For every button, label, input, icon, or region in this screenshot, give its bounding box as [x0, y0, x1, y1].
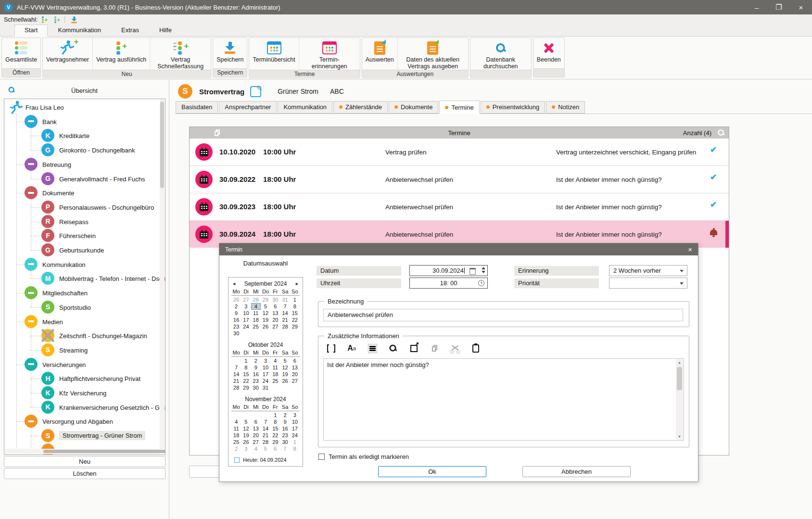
calendar-day[interactable]: 3 [261, 357, 270, 364]
calendar-day[interactable]: 7 [231, 364, 241, 371]
ok-button[interactable]: Ok [378, 466, 486, 477]
prioritaet-select[interactable] [609, 278, 687, 289]
tree-item-personalausweis-dschungelbuero[interactable]: PPersonalausweis - Dschungelbüro [4, 200, 159, 215]
calendar-day[interactable]: 24 [261, 378, 270, 384]
sidebar-neu-button[interactable]: Neu [4, 456, 165, 467]
abbrechen-button[interactable]: Abbrechen [522, 466, 631, 477]
tree-item-girokonto-dschungelbank[interactable]: GGirokonto - Dschungelbank [4, 143, 159, 157]
vertragsnehmer-button[interactable]: +Vertragsnehmer [43, 38, 92, 70]
tree-item-bank[interactable]: Bank [4, 114, 159, 129]
daten-des-aktuellen-vertrags-ausgeben-button[interactable]: Daten des aktuellen Vertrags ausgeben [397, 38, 468, 70]
fullscreen-icon[interactable] [325, 342, 337, 354]
calendar-day[interactable]: 27 [290, 378, 300, 384]
copy-text-icon[interactable] [429, 342, 440, 354]
calendar-day[interactable]: 27 [270, 323, 280, 330]
calendar-day[interactable]: 5 [261, 445, 270, 452]
collapse-icon[interactable] [25, 186, 38, 199]
calendar-day[interactable]: 21 [231, 378, 241, 384]
calendar-day[interactable]: 2 [251, 357, 261, 364]
speichern-button[interactable]: Speichern [213, 38, 247, 68]
calendar-day[interactable]: 20 [270, 316, 280, 323]
calendar-day[interactable]: 26 [241, 439, 251, 445]
erledigt-checkbox[interactable] [318, 454, 325, 460]
list-format-icon[interactable] [367, 342, 378, 354]
calendar-day[interactable]: 22 [270, 432, 280, 439]
tree-item-streaming[interactable]: SStreaming [4, 343, 159, 357]
calendar-day[interactable]: 13 [251, 425, 261, 432]
calendar-day[interactable]: 8 [241, 364, 251, 371]
calendar-day[interactable]: 26 [261, 323, 270, 330]
calendar-day[interactable]: 26 [231, 296, 241, 303]
calendar-day[interactable]: 31 [261, 384, 270, 391]
calendar-day[interactable]: 15 [290, 310, 300, 316]
font-icon[interactable]: Aa [346, 342, 357, 354]
calendar-day[interactable]: 28 [251, 296, 261, 303]
menu-tab-hilfe[interactable]: Hilfe [149, 25, 182, 36]
zusatzinfo-textarea[interactable]: Ist der Anbieter immer noch günstig? ▲▼ [323, 358, 684, 441]
today-row[interactable]: Heute: 04.09.2024 [234, 457, 287, 463]
calendar-day[interactable]: 12 [261, 310, 270, 316]
calendar-day[interactable]: 15 [241, 371, 251, 378]
calendar-day[interactable]: 7 [280, 445, 290, 452]
cut-icon[interactable] [449, 342, 461, 354]
tree-item-kommunikation[interactable]: Kommunikation [4, 257, 159, 272]
calendar-day[interactable]: 3 [290, 412, 300, 418]
tree-item-generalvollmacht-fred-fuchs[interactable]: GGeneralvollmacht - Fred Fuchs [4, 172, 159, 186]
datum-input[interactable]: 30.09.2024 [409, 265, 488, 276]
collapse-icon[interactable] [25, 115, 38, 128]
tree-item-versicherungen[interactable]: Versicherungen [4, 357, 159, 372]
tree-item-haftpflichtversicherung-privat[interactable]: HHaftpflichtversicherung Privat [4, 371, 159, 386]
calendar-day[interactable]: 8 [290, 445, 300, 452]
tab-ansprechpartner[interactable]: Ansprechpartner [219, 101, 277, 114]
calendar-day[interactable]: 10 [241, 310, 251, 316]
calendar-day[interactable]: 2 [231, 445, 241, 452]
calendar-day[interactable]: 1 [290, 296, 300, 303]
calendar-day[interactable]: 30 [280, 439, 290, 445]
tree-item-mitgliedschaften[interactable]: Mitgliedschaften [4, 286, 159, 300]
tab-zaehlerstaende[interactable]: Zählerstände [333, 101, 388, 114]
calendar-day[interactable]: 16 [251, 371, 261, 378]
calendar-day[interactable]: 18 [251, 316, 261, 323]
calendar-day[interactable]: 9 [251, 364, 261, 371]
tab-dokumente[interactable]: Dokumente [389, 101, 438, 114]
datum-spinner[interactable] [482, 267, 485, 273]
calendar-day[interactable]: 19 [261, 316, 270, 323]
collapse-icon[interactable] [25, 286, 38, 299]
tree-item-stromvertrag-gruener-strom[interactable]: SStromvertrag - Grüner Strom [4, 429, 159, 443]
tab-notizen[interactable]: Notizen [546, 101, 585, 114]
calendar-day[interactable]: 31 [280, 296, 290, 303]
calendar-day[interactable]: 26 [280, 378, 290, 384]
tree-item-sportstudio[interactable]: SSportstudio [4, 300, 159, 315]
calendar-day[interactable]: 28 [231, 384, 241, 391]
calendar-day[interactable]: 2 [231, 303, 241, 310]
termine-neu-button-partial[interactable] [189, 466, 222, 478]
calendar-day[interactable]: 25 [270, 378, 280, 384]
termine-row[interactable]: 30.09.202218:00 UhrAnbieterwechsel prüfe… [190, 165, 729, 193]
tree-item-kreditkarte[interactable]: KKreditkarte [4, 128, 159, 143]
tree-item-geburtsurkunde[interactable]: GGeburtsurkunde [4, 243, 159, 257]
calendar-day[interactable]: 6 [290, 357, 300, 364]
datum-calendar-icon[interactable] [469, 268, 476, 275]
quick-save-icon[interactable] [71, 17, 77, 22]
auswerten-button[interactable]: Auswerten [362, 38, 397, 70]
calendar-day[interactable]: 30 [231, 330, 241, 337]
tree-item-dokumente[interactable]: Dokumente [4, 186, 159, 200]
tree-horizontal-scrollbar[interactable] [5, 449, 159, 454]
tab-preisentwicklung[interactable]: Preisentwicklung [481, 101, 546, 114]
menu-tab-extras[interactable]: Extras [111, 25, 149, 36]
calendar-day[interactable]: 4 [231, 418, 241, 425]
calendar-day[interactable]: 3 [241, 445, 251, 452]
calendar-day[interactable]: 6 [270, 445, 280, 452]
calendar-day[interactable]: 27 [241, 296, 251, 303]
calendar-day[interactable]: 23 [251, 378, 261, 384]
calendar-day[interactable]: 9 [280, 418, 290, 425]
collapse-icon[interactable] [25, 358, 38, 371]
calendar-day[interactable]: 6 [270, 303, 280, 310]
calendar-day[interactable]: 14 [280, 310, 290, 316]
tree-item-versorgung-und-abgaben[interactable]: Versorgung und Abgaben [4, 414, 159, 429]
calendar-day[interactable]: 1 [241, 357, 251, 364]
tree-item-zeitschrift-dschungel-magazin[interactable]: Zeitschrift - Dschungel-Magazin [4, 329, 159, 343]
calendar-day[interactable]: 18 [270, 371, 280, 378]
close-icon[interactable]: × [790, 0, 812, 14]
quick-new-item-icon[interactable]: + [52, 15, 63, 24]
